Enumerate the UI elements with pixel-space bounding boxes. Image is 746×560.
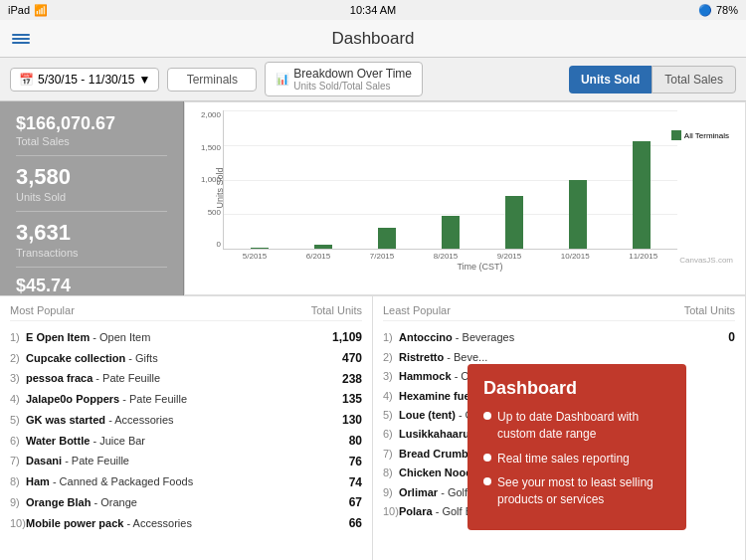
bar-10-2015 — [569, 180, 587, 250]
list-item: 1) Antoccino - Beverages 0 — [383, 327, 735, 348]
top-section: $166,070.67 Total Sales 3,580 Units Sold… — [0, 101, 746, 295]
status-time: 10:34 AM — [350, 4, 396, 16]
tooltip-item-1: Up to date Dashboard with custom date ra… — [483, 409, 670, 443]
menu-line-2 — [12, 38, 30, 40]
row-num: 6) — [10, 434, 26, 449]
list-item: 9) Orange Blah - Orange 67 — [10, 492, 362, 513]
most-popular-col-header: Total Units — [311, 304, 362, 316]
row-name: Dasani - Pate Feuille — [26, 454, 327, 468]
row-name: Ham - Canned & Packaged Foods — [26, 474, 327, 489]
y-label-500: 500 — [193, 208, 221, 217]
calendar-icon: 📅 — [19, 73, 34, 87]
row-value: 67 — [327, 494, 362, 511]
status-bar: iPad 📶 10:34 AM 🔵 78% — [0, 0, 746, 20]
row-name: Mobile power pack - Accessories — [26, 516, 327, 531]
chart-area: 2,000 1,500 1,000 500 0 Units Sold — [184, 101, 746, 295]
legend-color-box — [671, 130, 681, 140]
row-name: Cupcake collection - Gifts — [26, 351, 327, 366]
transactions-label: Transactions — [16, 247, 167, 259]
bar-7-2015 — [378, 228, 396, 249]
date-range-label: 5/30/15 - 11/30/15 — [38, 73, 134, 87]
x-label-10-2015: 10/2015 — [561, 252, 590, 261]
menu-button[interactable] — [12, 34, 30, 44]
units-label: Units Sold — [16, 191, 167, 203]
breakdown-title: Breakdown Over Time — [293, 67, 412, 81]
row-value: 74 — [327, 474, 362, 491]
row-num: 8) — [10, 474, 26, 489]
least-popular-col-header: Total Units — [684, 304, 735, 316]
wifi-icon: 📶 — [34, 4, 48, 17]
chart-legend: All Terminals — [671, 130, 729, 140]
row-value: 470 — [327, 350, 362, 367]
row-value: 130 — [327, 412, 362, 429]
bar-chart-icon: 📊 — [276, 73, 289, 86]
tooltip-title: Dashboard — [483, 378, 670, 399]
menu-line-3 — [12, 42, 30, 44]
breakdown-tab-text: Breakdown Over Time Units Sold/Total Sal… — [293, 67, 412, 92]
revenue-label: Total Sales — [16, 135, 167, 147]
terminals-label: Terminals — [187, 73, 238, 87]
units-sold-button[interactable]: Units Sold — [569, 66, 652, 93]
x-label-11-2015: 11/2015 — [629, 252, 657, 261]
revenue-value: $166,070.67 — [16, 113, 167, 134]
units-value: 3,580 — [16, 164, 167, 190]
menu-line-1 — [12, 34, 30, 36]
list-item: 6) Water Bottle - Juice Bar 80 — [10, 431, 362, 452]
row-value: 135 — [327, 391, 362, 408]
terminals-button[interactable]: Terminals — [167, 68, 257, 92]
header: Dashboard — [0, 20, 746, 58]
date-range-picker[interactable]: 📅 5/30/15 - 11/30/15 ▼ — [10, 68, 159, 92]
most-popular-title: Most Popular — [10, 304, 75, 316]
breakdown-tab[interactable]: 📊 Breakdown Over Time Units Sold/Total S… — [265, 62, 423, 96]
row-name: Water Bottle - Juice Bar — [26, 434, 327, 449]
main-content: $166,070.67 Total Sales 3,580 Units Sold… — [0, 101, 746, 560]
tooltip-item-3: See your most to least selling products … — [483, 474, 670, 508]
row-num: 6) — [383, 427, 399, 442]
tooltip-text-2: Real time sales reporting — [497, 451, 630, 467]
row-num: 1) — [383, 330, 399, 345]
row-name: GK was started - Accessories — [26, 413, 327, 428]
list-item: 1) E Open Item - Open Item 1,109 — [10, 327, 362, 348]
stats-panel: $166,070.67 Total Sales 3,580 Units Sold… — [0, 101, 184, 295]
bar-9-2015 — [505, 196, 523, 249]
row-num: 4) — [10, 392, 26, 407]
units-stat: 3,580 Units Sold — [16, 164, 167, 203]
breakdown-subtitle: Units Sold/Total Sales — [293, 81, 412, 92]
list-item: 5) GK was started - Accessories 130 — [10, 410, 362, 431]
most-popular-rows: 1) E Open Item - Open Item 1,109 2) Cupc… — [10, 327, 362, 534]
row-num: 3) — [10, 371, 26, 386]
bar-11-2015 — [633, 141, 651, 249]
tooltip-text-3: See your most to least selling products … — [497, 474, 670, 508]
list-item: 10) Mobile power pack - Accessories 66 — [10, 513, 362, 534]
row-num: 10) — [10, 516, 26, 531]
row-name: E Open Item - Open Item — [26, 330, 327, 345]
row-num: 5) — [10, 413, 26, 428]
legend-label: All Terminals — [684, 131, 729, 140]
total-sales-button[interactable]: Total Sales — [652, 66, 736, 93]
row-num: 7) — [10, 454, 26, 468]
y-label-1500: 1,500 — [193, 143, 221, 152]
bottom-section: Most Popular Total Units 1) E Open Item … — [0, 295, 746, 560]
x-label-8-2015: 8/2015 — [434, 252, 458, 261]
row-value: 66 — [327, 515, 362, 532]
row-num: 9) — [10, 495, 26, 510]
row-value: 80 — [327, 433, 362, 450]
list-item: 8) Ham - Canned & Packaged Foods 74 — [10, 472, 362, 493]
row-num: 2) — [383, 350, 399, 365]
toolbar: 📅 5/30/15 - 11/30/15 ▼ Terminals 📊 Break… — [0, 58, 746, 101]
bar-8-2015 — [442, 216, 460, 249]
transactions-stat: 3,631 Transactions — [16, 220, 167, 259]
row-value: 0 — [700, 329, 735, 346]
row-num: 2) — [10, 351, 26, 366]
chart-credit: CanvasJS.com — [679, 256, 733, 265]
list-item: 7) Dasani - Pate Feuille 76 — [10, 452, 362, 472]
bar-5-2015 — [251, 248, 269, 249]
chart-bars-container — [223, 110, 677, 250]
bullet-icon-1 — [483, 412, 491, 420]
x-label-7-2015: 7/2015 — [370, 252, 394, 261]
row-num: 1) — [10, 330, 26, 345]
row-num: 5) — [383, 408, 399, 423]
row-value: 1,109 — [327, 329, 362, 346]
x-label-5-2015: 5/2015 — [243, 252, 267, 261]
bar-6-2015 — [314, 245, 332, 249]
